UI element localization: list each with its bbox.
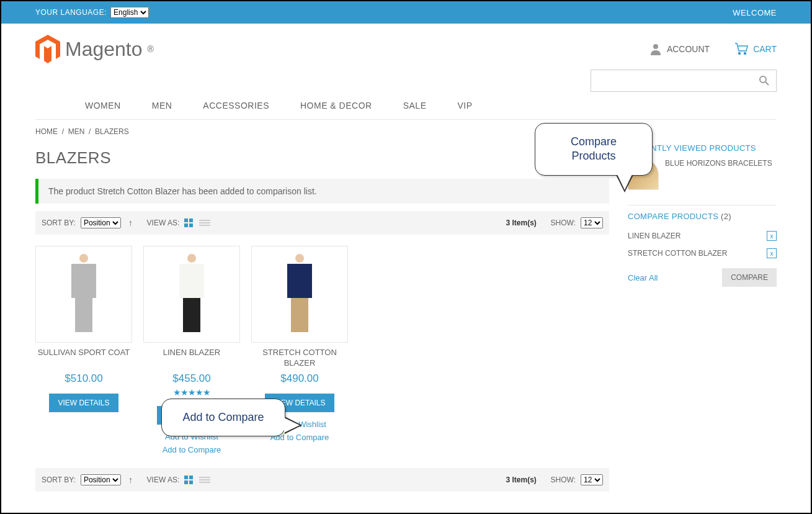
svg-point-1 <box>739 53 741 55</box>
header: Magento® ACCOUNT CART <box>1 24 811 63</box>
viewas-label: VIEW AS: <box>147 476 180 484</box>
breadcrumb-current: BLAZERS <box>95 127 129 136</box>
logo-text: Magento <box>65 38 143 61</box>
remove-compare-icon[interactable]: x <box>767 248 777 258</box>
logo[interactable]: Magento® <box>35 35 154 63</box>
nav-accessories[interactable]: ACCESSORIES <box>203 101 269 110</box>
viewas-label: VIEW AS: <box>147 219 180 227</box>
grid-view-icon[interactable] <box>184 476 194 484</box>
show-select[interactable]: 12 <box>581 474 603 485</box>
nav-home-decor[interactable]: HOME & DECOR <box>300 101 372 110</box>
compare-button[interactable]: COMPARE <box>722 268 777 287</box>
toolbar-top: SORT BY: Position ↑ VIEW AS: 3 Item(s) S… <box>35 211 609 235</box>
grid-view-icon[interactable] <box>184 219 194 227</box>
sortby-select[interactable]: Position <box>81 217 121 228</box>
svg-point-0 <box>653 44 658 49</box>
cart-link[interactable]: CART <box>734 43 777 55</box>
page-title: BLAZERS <box>35 148 609 168</box>
person-icon <box>649 43 662 55</box>
welcome-text: WELCOME <box>733 8 777 17</box>
cart-icon <box>734 43 748 55</box>
sortby-label: SORT BY: <box>42 476 76 484</box>
compare-title: COMPARE PRODUCTS (2) <box>628 212 777 221</box>
nav-men[interactable]: MEN <box>152 101 172 110</box>
compare-item: STRETCH COTTON BLAZER x <box>628 245 777 262</box>
search-box <box>591 70 777 92</box>
nav-sale[interactable]: SALE <box>403 101 427 110</box>
show-label: SHOW: <box>551 476 576 484</box>
breadcrumbs: HOME / MEN / BLAZERS <box>1 120 811 143</box>
product-image[interactable] <box>143 246 240 343</box>
magento-icon <box>35 35 60 63</box>
view-details-button[interactable]: VIEW DETAILS <box>49 394 118 412</box>
sortby-select[interactable]: Position <box>81 474 121 485</box>
compare-item-name[interactable]: LINEN BLAZER <box>628 232 680 240</box>
topbar: YOUR LANGUAGE: English WELCOME <box>1 1 811 24</box>
product-name[interactable]: LINEN BLAZER <box>143 348 240 369</box>
remove-compare-icon[interactable]: x <box>767 231 777 241</box>
svg-point-2 <box>744 53 746 55</box>
search-input[interactable] <box>597 76 759 86</box>
nav-women[interactable]: WOMEN <box>85 101 121 110</box>
compare-item: LINEN BLAZER x <box>628 227 777 245</box>
rating-stars: ★★★★★ <box>143 387 240 397</box>
breadcrumb-men[interactable]: MEN <box>68 127 85 136</box>
product-price: $510.00 <box>35 372 132 385</box>
show-select[interactable]: 12 <box>581 217 603 228</box>
svg-point-3 <box>760 76 766 83</box>
product-price: $490.00 <box>251 372 348 385</box>
show-label: SHOW: <box>551 219 576 227</box>
product-card: SULLIVAN SPORT COAT$510.00VIEW DETAILS <box>35 246 132 457</box>
clear-all-link[interactable]: Clear All <box>628 273 658 282</box>
recently-viewed-name: BLUE HORIZONS BRACELETS <box>665 159 772 169</box>
language-label: YOUR LANGUAGE: <box>35 8 107 17</box>
sortby-label: SORT BY: <box>42 219 76 227</box>
search-icon[interactable] <box>759 75 770 86</box>
product-grid: SULLIVAN SPORT COAT$510.00VIEW DETAILSLI… <box>35 246 609 457</box>
product-image[interactable] <box>35 246 132 343</box>
account-link[interactable]: ACCOUNT <box>649 43 710 55</box>
callout-compare-products: Compare Products <box>535 123 653 176</box>
sort-direction-icon[interactable]: ↑ <box>128 218 133 228</box>
compare-item-name[interactable]: STRETCH COTTON BLAZER <box>628 249 727 258</box>
product-price: $455.00 <box>143 372 240 385</box>
product-image[interactable] <box>251 246 348 343</box>
success-message: The product Stretch Cotton Blazer has be… <box>35 179 609 204</box>
callout-add-to-compare: Add to Compare <box>161 399 285 436</box>
nav-vip[interactable]: VIP <box>457 101 472 110</box>
add-to-compare-link[interactable]: Add to Compare <box>143 444 240 457</box>
list-view-icon[interactable] <box>199 220 210 226</box>
sort-direction-icon[interactable]: ↑ <box>128 475 133 485</box>
main-nav: WOMEN MEN ACCESSORIES HOME & DECOR SALE … <box>35 92 777 120</box>
item-count: 3 Item(s) <box>506 476 537 484</box>
product-name[interactable]: STRETCH COTTON BLAZER <box>251 348 348 369</box>
list-view-icon[interactable] <box>199 477 210 483</box>
svg-line-4 <box>765 82 769 85</box>
breadcrumb-home[interactable]: HOME <box>35 127 58 136</box>
product-name[interactable]: SULLIVAN SPORT COAT <box>35 348 132 369</box>
compare-block: COMPARE PRODUCTS (2) LINEN BLAZER x STRE… <box>628 205 777 287</box>
toolbar-bottom: SORT BY: Position ↑ VIEW AS: 3 Item(s) S… <box>35 468 609 492</box>
item-count: 3 Item(s) <box>506 219 537 227</box>
language-select[interactable]: English <box>110 7 149 18</box>
